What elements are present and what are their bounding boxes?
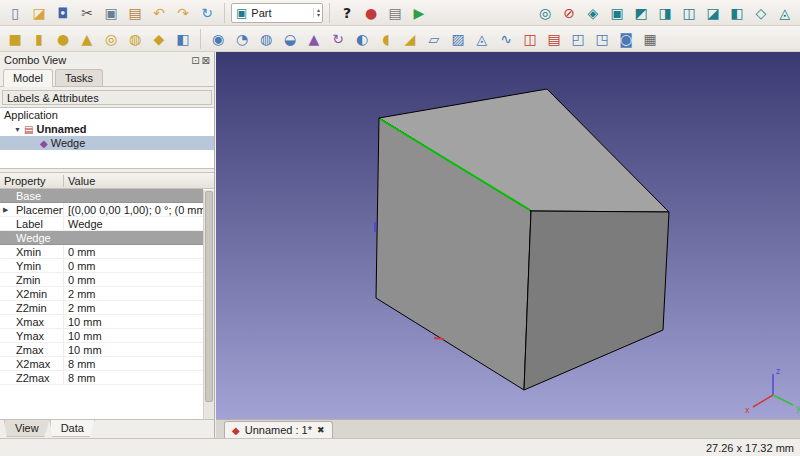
property-row-xmin[interactable]: Xmin 0 mm [0,245,203,259]
property-value[interactable]: 8 mm [64,358,203,370]
view-fit-all-icon[interactable]: ◎ [534,2,556,24]
boolean-icon[interactable]: ◉ [207,28,229,50]
workbench-selector[interactable]: ▣ Part ▴ ▾ [231,3,323,23]
tree-expander-icon[interactable]: ▼ [14,126,24,133]
property-value[interactable]: 8 mm [64,372,203,384]
property-row-x2min[interactable]: X2min 2 mm [0,287,203,301]
boolean-cut-icon[interactable]: ◔ [231,28,253,50]
workbench-spinner[interactable]: ▴ ▾ [313,8,320,18]
property-value[interactable]: 10 mm [64,330,203,342]
macro-record-icon[interactable]: ● [360,2,382,24]
execute-macro-icon[interactable]: ▶ [408,2,430,24]
property-row-ymax[interactable]: Ymax 10 mm [0,329,203,343]
property-value[interactable]: 0 mm [64,260,203,272]
labels-attributes-header[interactable]: Labels & Attributes [2,90,212,105]
icon-glyph: ↶ [153,6,165,20]
cut-icon[interactable]: ✂ [76,2,98,24]
refresh-icon[interactable]: ↻ [196,2,218,24]
tree-item-unnamed[interactable]: ▼ ▤ Unnamed [0,122,214,136]
mirror-icon[interactable]: ◐ [351,28,373,50]
shape-builder-icon[interactable]: ◧ [172,28,194,50]
property-group-wedge[interactable]: Wedge [0,231,203,245]
open-document-icon[interactable]: ◪ [28,2,50,24]
copy-icon[interactable]: ▣ [100,2,122,24]
view-axonometric-icon[interactable]: ◇ [750,2,772,24]
whats-this-icon[interactable]: ? [336,2,358,24]
view-top-icon[interactable]: ◩ [630,2,652,24]
intersection-icon[interactable]: ◒ [279,28,301,50]
chamfer-icon[interactable]: ◢ [399,28,421,50]
view-bottom-icon[interactable]: ◪ [702,2,724,24]
draw-style-icon[interactable]: ⊘ [558,2,580,24]
property-value[interactable]: 2 mm [64,288,203,300]
property-row-xmax[interactable]: Xmax 10 mm [0,315,203,329]
part-cone-icon[interactable]: ▲ [76,28,98,50]
property-value[interactable]: 10 mm [64,316,203,328]
property-row-zmin[interactable]: Zmin 0 mm [0,273,203,287]
spin-down-icon[interactable]: ▾ [317,13,320,18]
close-tab-icon[interactable]: ✖ [317,425,325,435]
view-isometric-icon[interactable]: ◈ [582,2,604,24]
property-group-base[interactable]: Base [0,189,203,203]
property-value[interactable]: 10 mm [64,344,203,356]
loft-icon[interactable]: ◬ [471,28,493,50]
property-row-ymin[interactable]: Ymin 0 mm [0,259,203,273]
save-document-icon[interactable]: ◘ [52,2,74,24]
property-row-zmax[interactable]: Zmax 10 mm [0,343,203,357]
tree-root-application[interactable]: Application [0,108,214,122]
undo-icon[interactable]: ↶ [148,2,170,24]
part-sphere-icon[interactable]: ● [52,28,74,50]
property-value[interactable]: 2 mm [64,302,203,314]
property-row-x2max[interactable]: X2max 8 mm [0,357,203,371]
paste-icon[interactable]: ▤ [124,2,146,24]
property-value[interactable]: [(0,00 0,00 1,00); 0 °; (0 mm 0 m... [64,204,203,216]
scrollbar-thumb[interactable] [205,191,213,402]
extrude-icon[interactable]: ▲ [303,28,325,50]
property-scrollbar[interactable] [203,190,214,419]
property-row-label[interactable]: Label Wedge [0,217,203,231]
property-value[interactable]: 0 mm [64,274,203,286]
macros-dialog-icon[interactable]: ▤ [384,2,406,24]
offset-2d-icon[interactable]: ◳ [591,28,613,50]
3d-viewport[interactable]: z x y [216,52,800,419]
view-perspective-icon[interactable]: ◬ [774,2,796,24]
part-torus-icon[interactable]: ◎ [100,28,122,50]
section-icon[interactable]: ◫ [519,28,541,50]
property-row-z2min[interactable]: Z2min 2 mm [0,301,203,315]
thickness-icon[interactable]: ◙ [615,28,637,50]
view-left-icon[interactable]: ◧ [726,2,748,24]
view-front-icon[interactable]: ▣ [606,2,628,24]
make-face-icon[interactable]: ▱ [423,28,445,50]
tab-model[interactable]: Model [3,69,53,87]
dock-close-button[interactable]: ⊠ [202,55,210,66]
combo-view-titlebar[interactable]: Combo View ⊡ ⊠ [0,52,214,68]
fillet-icon[interactable]: ◖ [375,28,397,50]
tree-item-wedge[interactable]: ◆ Wedge [0,136,214,150]
view-rear-icon[interactable]: ◫ [678,2,700,24]
property-row-z2max[interactable]: Z2max 8 mm [0,371,203,385]
ruled-surface-icon[interactable]: ▨ [447,28,469,50]
sweep-icon[interactable]: ∿ [495,28,517,50]
document-tab-unnamed[interactable]: ◆ Unnamed : 1* ✖ [224,421,333,438]
compound-icon[interactable]: ▦ [639,28,661,50]
redo-icon[interactable]: ↷ [172,2,194,24]
cross-sections-icon[interactable]: ▤ [543,28,565,50]
part-box-icon[interactable]: ■ [4,28,26,50]
union-icon[interactable]: ◍ [255,28,277,50]
offset-3d-icon[interactable]: ◰ [567,28,589,50]
new-document-icon[interactable]: ▯ [4,2,26,24]
part-cylinder-icon[interactable]: ▮ [28,28,50,50]
view-right-icon[interactable]: ◨ [654,2,676,24]
property-value[interactable]: 0 mm [64,246,203,258]
property-row-placement[interactable]: ▶Placement [(0,00 0,00 1,00); 0 °; (0 mm… [0,203,203,217]
revolve-icon[interactable]: ↻ [327,28,349,50]
tab-view[interactable]: View [4,420,50,437]
model-tree: Application ▼ ▤ Unnamed ◆ Wedge [0,107,214,169]
create-primitives-icon[interactable]: ◆ [148,28,170,50]
dock-float-button[interactable]: ⊡ [191,55,199,66]
part-tube-icon[interactable]: ◍ [124,28,146,50]
property-value[interactable]: Wedge [64,218,203,230]
expand-icon[interactable]: ▶ [3,206,8,214]
tab-tasks[interactable]: Tasks [55,69,103,86]
tab-data[interactable]: Data [50,420,95,437]
